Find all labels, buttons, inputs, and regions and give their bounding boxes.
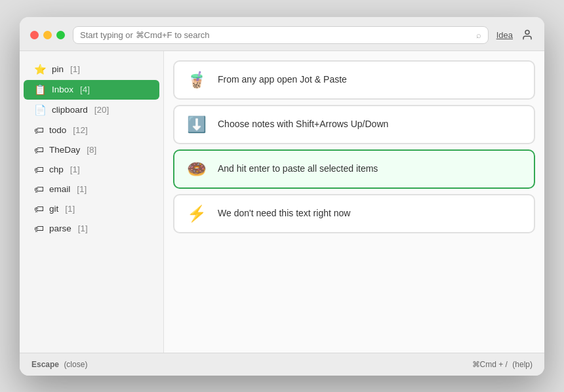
sidebar-count-pin: [1] [70,64,80,74]
note-text: Choose notes with Shift+Arrows Up/Down [218,118,388,131]
maximize-button[interactable] [56,31,65,39]
footer-help: ⌘Cmd + / (help) [472,360,533,369]
sidebar-count-email: [1] [77,184,87,194]
sidebar-count-clipboard: [20] [94,105,110,115]
footer-escape: Escape (close) [31,360,87,369]
sidebar: ⭐pin [1]📋Inbox [4]📄clipboard [20]🏷todo [… [20,51,164,353]
app-window: ⌕ Idea ⭐pin [1]📋Inbox [4]📄clipboard [20]… [20,17,544,376]
sidebar-label-clipboard: clipboard [52,105,88,115]
sidebar-count-inbox: [4] [80,85,90,94]
titlebar-right: Idea [496,28,534,41]
note-text: We don't need this text right now [218,207,350,220]
escape-desc: (close) [64,360,87,369]
sidebar-count-parse: [1] [78,224,88,233]
sidebar-item-parse[interactable]: 🏷parse [1] [24,219,159,238]
sidebar-icon-todo: 🏷 [34,125,44,136]
sidebar-label-chp: chp [49,165,64,174]
idea-link[interactable]: Idea [496,30,513,40]
sidebar-label-todo: todo [49,125,66,135]
main-content: ⭐pin [1]📋Inbox [4]📄clipboard [20]🏷todo [… [20,51,544,353]
minimize-button[interactable] [43,31,52,39]
search-input[interactable] [80,30,472,40]
sidebar-icon-git: 🏷 [34,203,44,214]
search-icon: ⌕ [476,30,481,40]
note-emoji: 🍩 [185,160,209,178]
note-list: 🧋From any app open Jot & Paste⬇️Choose n… [164,51,544,353]
note-text: From any app open Jot & Paste [218,73,347,87]
sidebar-item-email[interactable]: 🏷email [1] [24,180,159,199]
shortcut-label: ⌘Cmd + / [472,360,508,369]
note-item[interactable]: ⬇️Choose notes with Shift+Arrows Up/Down [173,105,535,144]
note-item[interactable]: 🍩And hit enter to paste all selected ite… [173,149,535,189]
search-bar: ⌕ [73,26,489,44]
sidebar-count-theday: [8] [87,145,96,155]
sidebar-item-git[interactable]: 🏷git [1] [24,199,159,218]
note-text: And hit enter to paste all selected item… [218,163,378,176]
note-emoji: ⬇️ [185,115,209,134]
shortcut-desc: (help) [512,360,533,369]
sidebar-icon-chp: 🏷 [34,164,44,175]
sidebar-item-theday[interactable]: 🏷TheDay [8] [24,140,159,159]
sidebar-icon-email: 🏷 [34,184,44,195]
sidebar-icon-clipboard: 📄 [34,104,47,116]
sidebar-icon-inbox: 📋 [34,84,47,96]
user-icon[interactable] [521,28,534,41]
sidebar-count-chp: [1] [70,165,80,174]
sidebar-item-chp[interactable]: 🏷chp [1] [24,160,159,179]
sidebar-label-email: email [49,184,70,194]
svg-point-0 [525,30,529,34]
sidebar-item-clipboard[interactable]: 📄clipboard [20] [24,100,159,120]
sidebar-label-theday: TheDay [49,145,80,155]
titlebar: ⌕ Idea [20,17,544,51]
footer: Escape (close) ⌘Cmd + / (help) [20,353,544,376]
sidebar-item-inbox[interactable]: 📋Inbox [4] [24,80,159,100]
note-item[interactable]: 🧋From any app open Jot & Paste [173,60,535,100]
sidebar-label-inbox: Inbox [52,85,73,94]
sidebar-item-todo[interactable]: 🏷todo [12] [24,121,159,140]
sidebar-icon-pin: ⭐ [34,64,47,75]
note-emoji: 🧋 [185,71,209,89]
sidebar-count-todo: [12] [73,125,88,135]
sidebar-icon-parse: 🏷 [34,223,44,234]
close-button[interactable] [30,31,39,39]
sidebar-item-pin[interactable]: ⭐pin [1] [24,60,159,79]
sidebar-count-git: [1] [65,204,75,214]
sidebar-label-git: git [49,204,58,214]
sidebar-icon-theday: 🏷 [34,144,44,155]
traffic-lights [30,31,65,39]
sidebar-label-parse: parse [49,224,71,233]
note-item[interactable]: ⚡We don't need this text right now [173,194,535,233]
note-emoji: ⚡ [185,205,209,223]
sidebar-label-pin: pin [52,64,64,74]
escape-label[interactable]: Escape [31,360,59,369]
